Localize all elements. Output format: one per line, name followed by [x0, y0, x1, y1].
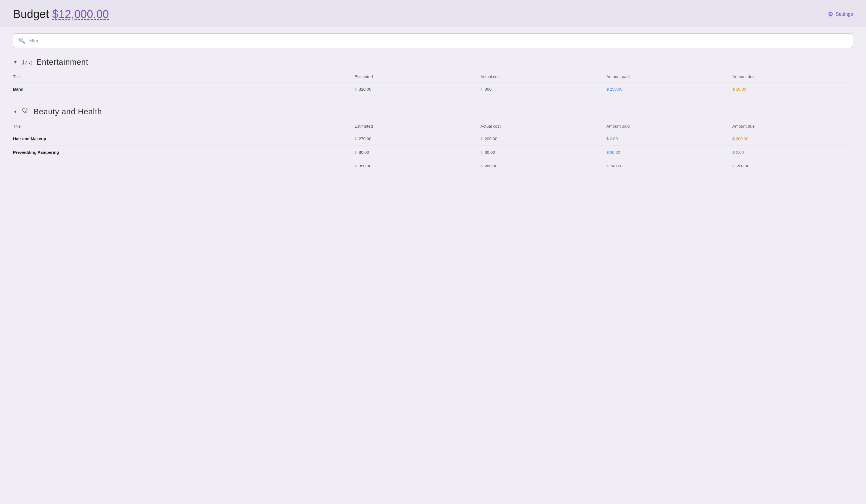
- col-header-due: Amount due: [727, 72, 853, 82]
- col-header-actual: Actual cost: [475, 72, 601, 82]
- page-header: Budget $12,000.00 ⚙ Settings: [0, 0, 866, 27]
- dollar-sign-icon: $: [606, 136, 609, 141]
- dollar-sign-icon: $: [732, 87, 734, 91]
- dollar-sign-icon: $: [354, 164, 356, 168]
- item-estimated: $ 80.00: [349, 146, 475, 159]
- totals-row: $ 350.00 $ 260.00 $ 60.00: [13, 159, 853, 173]
- dollar-sign-icon: $: [606, 164, 609, 168]
- col-header-estimated: Estimated: [349, 122, 475, 132]
- totals-paid: $ 60.00: [601, 159, 727, 173]
- entertainment-title: Entertainment: [36, 58, 88, 67]
- dollar-sign-icon: $: [480, 164, 482, 168]
- item-paid: $ 60.00: [601, 146, 727, 159]
- dollar-sign-icon: $: [354, 87, 356, 91]
- item-actual: $ 300: [475, 82, 601, 96]
- dollar-sign-icon: $: [606, 150, 609, 155]
- dollar-sign-icon: $: [732, 136, 734, 141]
- beauty-table: Title Estimated Actual cost Amount paid …: [13, 122, 853, 172]
- entertainment-table: Title Estimated Actual cost Amount paid …: [13, 72, 853, 96]
- filter-input[interactable]: [29, 38, 847, 43]
- hairdryer-icon: [22, 107, 30, 116]
- item-due: $ 50.00: [727, 82, 853, 96]
- table-row: Hair and Makeup $ 270.00 $ 200.00: [13, 132, 853, 146]
- table-row: Prewedding Pampering $ 80.00 $ 60.00: [13, 146, 853, 159]
- item-actual: $ 200.00: [475, 132, 601, 146]
- svg-line-0: [25, 111, 27, 113]
- totals-due: $ 200.00: [727, 159, 853, 173]
- settings-label: Settings: [835, 11, 853, 17]
- budget-title: Budget $12,000.00: [13, 8, 109, 21]
- item-due: $ 0.00: [727, 146, 853, 159]
- music-icon: ♩♪♫: [22, 58, 33, 66]
- dollar-sign-icon: $: [354, 137, 356, 141]
- entertainment-collapse-button[interactable]: ▾: [13, 58, 18, 66]
- col-header-due: Amount due: [727, 122, 853, 132]
- dollar-sign-icon: $: [480, 87, 482, 91]
- item-title: Hair and Makeup: [13, 132, 349, 146]
- entertainment-header: ▾ ♩♪♫ Entertainment: [13, 58, 853, 67]
- totals-estimated: $ 350.00: [349, 159, 475, 173]
- settings-button[interactable]: ⚙ Settings: [828, 11, 853, 18]
- col-header-title: Title: [13, 72, 349, 82]
- item-estimated: $ 320.00: [349, 82, 475, 96]
- col-header-title: Title: [13, 122, 349, 132]
- dollar-sign-icon: $: [732, 150, 734, 155]
- beauty-section: ▾ Beauty and Health Title Estimated Actu…: [13, 107, 853, 172]
- item-actual: $ 60.00: [475, 146, 601, 159]
- col-header-paid: Amount paid: [601, 72, 727, 82]
- dollar-sign-icon: $: [606, 87, 609, 91]
- dollar-sign-icon: $: [480, 150, 482, 154]
- budget-label: Budget: [13, 8, 49, 21]
- svg-point-1: [23, 109, 23, 109]
- item-estimated: $ 270.00: [349, 132, 475, 146]
- filter-container: 🔍: [13, 33, 853, 48]
- col-header-actual: Actual cost: [475, 122, 601, 132]
- gear-icon: ⚙: [828, 11, 833, 18]
- item-due: $ 200.00: [727, 132, 853, 146]
- totals-actual: $ 260.00: [475, 159, 601, 173]
- dollar-sign-icon: $: [480, 137, 482, 141]
- col-header-paid: Amount paid: [601, 122, 727, 132]
- col-header-estimated: Estimated: [349, 72, 475, 82]
- dollar-sign-icon: $: [732, 164, 734, 168]
- main-content: 🔍 ▾ ♩♪♫ Entertainment Title Estimated Ac…: [0, 27, 866, 190]
- svg-point-2: [23, 110, 23, 111]
- beauty-title: Beauty and Health: [33, 107, 102, 116]
- item-title: Band: [13, 82, 349, 96]
- search-icon: 🔍: [19, 37, 25, 44]
- table-row: Band $ 320.00 $ 300: [13, 82, 853, 96]
- item-paid: $ 0.00: [601, 132, 727, 146]
- item-title: Prewedding Pampering: [13, 146, 349, 159]
- beauty-collapse-button[interactable]: ▾: [13, 108, 18, 116]
- totals-empty: [13, 159, 349, 173]
- item-paid: $ 250.00: [601, 82, 727, 96]
- beauty-header: ▾ Beauty and Health: [13, 107, 853, 116]
- budget-amount[interactable]: $12,000.00: [52, 8, 109, 21]
- entertainment-section: ▾ ♩♪♫ Entertainment Title Estimated Actu…: [13, 58, 853, 96]
- dollar-sign-icon: $: [354, 150, 356, 154]
